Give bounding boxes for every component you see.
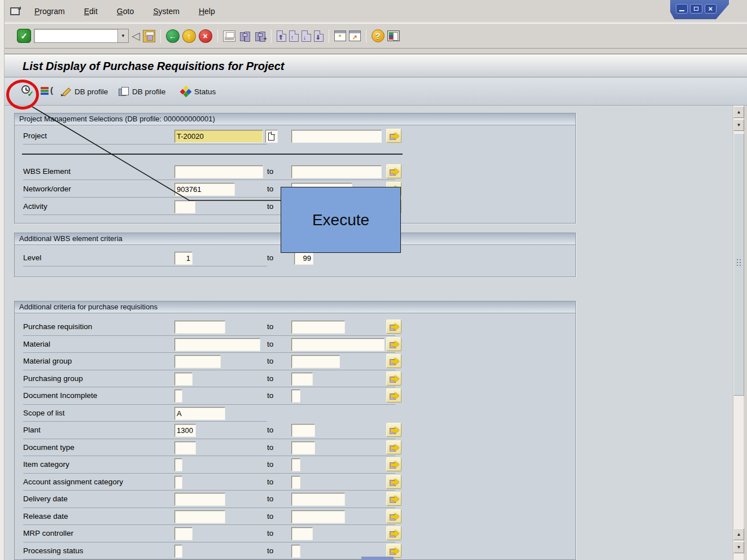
multiple-selection-button[interactable]: [386, 492, 401, 506]
account-assignment-from-field[interactable]: [174, 476, 182, 489]
execute-button[interactable]: ✓: [21, 85, 33, 97]
customize-layout-icon[interactable]: [387, 30, 400, 41]
delivery-date-row: Delivery date to: [15, 491, 575, 509]
material-from-field[interactable]: [174, 338, 260, 351]
copy-icon[interactable]: [265, 130, 278, 143]
print-icon[interactable]: [223, 30, 235, 42]
wbs-multiple-selection-button[interactable]: [386, 164, 401, 178]
help-icon[interactable]: ?: [372, 29, 385, 42]
first-page-icon[interactable]: ⇑: [277, 30, 286, 42]
multiple-selection-button[interactable]: [386, 423, 401, 437]
multiple-selection-button[interactable]: [386, 440, 401, 454]
project-row: Project T-20020: [15, 128, 575, 145]
copy-db-profile-button[interactable]: DB profile: [119, 84, 165, 99]
page-down-icon[interactable]: ↓: [302, 30, 311, 42]
create-shortcut-icon[interactable]: ↗: [349, 30, 361, 41]
purchasing-group-to-field[interactable]: [291, 373, 313, 386]
processing-status-from-field[interactable]: [174, 545, 182, 558]
account-assignment-to-field[interactable]: [291, 476, 300, 489]
enter-triangle-icon[interactable]: ◁: [132, 29, 140, 43]
item-category-to-field[interactable]: [291, 458, 300, 471]
maximize-button[interactable]: [690, 4, 702, 14]
save-icon[interactable]: [143, 30, 155, 42]
chevron-down-icon[interactable]: ▼: [117, 29, 128, 42]
scroll-down-icon: ▼: [737, 123, 741, 128]
delivery-date-from-field[interactable]: [174, 493, 225, 506]
find-icon[interactable]: [238, 30, 251, 42]
plant-to-field[interactable]: [291, 424, 315, 437]
sap-system-icon[interactable]: [10, 7, 20, 15]
document-incomplete-to-field[interactable]: [291, 390, 300, 403]
material-group-from-field[interactable]: [174, 355, 221, 368]
wbs-to-field[interactable]: [291, 165, 382, 178]
activity-from-field[interactable]: [174, 200, 195, 213]
mrp-controller-from-field[interactable]: [174, 527, 193, 540]
document-incomplete-from-field[interactable]: [174, 390, 182, 403]
release-date-from-field[interactable]: [174, 510, 225, 523]
multi-select-arrow-icon: [391, 133, 399, 139]
multiple-selection-button[interactable]: [386, 320, 401, 334]
menu-program[interactable]: Program: [34, 7, 65, 16]
project-multiple-selection-button[interactable]: [386, 129, 401, 143]
last-page-icon[interactable]: ⇓: [314, 30, 324, 42]
processing-status-to-field[interactable]: [291, 545, 300, 558]
exit-button[interactable]: ↑: [182, 29, 196, 43]
command-input[interactable]: [34, 29, 117, 42]
project-from-field[interactable]: T-20020: [174, 130, 263, 143]
page-up-icon[interactable]: ↑: [289, 30, 299, 42]
menu-system[interactable]: System: [153, 7, 180, 16]
menu-edit[interactable]: Edit: [84, 7, 98, 16]
command-field[interactable]: ▼: [34, 29, 129, 43]
purchasing-group-row: Purchasing group to: [15, 371, 575, 388]
delivery-date-to-field[interactable]: [291, 493, 345, 506]
mrp-controller-to-field[interactable]: [291, 527, 313, 540]
material-to-field[interactable]: [291, 338, 385, 351]
close-button[interactable]: ×: [705, 4, 717, 14]
plant-from-field[interactable]: 1300: [174, 424, 196, 437]
multiple-selection-button[interactable]: [386, 371, 401, 386]
scroll-up-button[interactable]: ▲: [733, 106, 744, 118]
status-button[interactable]: Status: [181, 84, 216, 99]
multiple-selection-button[interactable]: [386, 526, 401, 540]
minimize-button[interactable]: [676, 4, 688, 14]
get-variant-icon[interactable]: [41, 87, 49, 95]
document-type-to-field[interactable]: [291, 441, 315, 454]
multiple-selection-button[interactable]: [386, 457, 401, 471]
scope-of-list-field[interactable]: A: [174, 407, 225, 420]
document-type-from-field[interactable]: [174, 441, 196, 454]
level-from-field[interactable]: 1: [174, 252, 193, 265]
menu-goto[interactable]: Goto: [117, 7, 134, 16]
multiple-selection-button[interactable]: [386, 388, 401, 403]
back-button[interactable]: ←: [166, 29, 180, 43]
scroll-down-button-bottom[interactable]: ▼: [733, 541, 744, 553]
menu-help[interactable]: Help: [199, 7, 215, 16]
toolbar-separator: [217, 29, 218, 43]
edit-db-profile-button[interactable]: DB profile: [61, 84, 108, 99]
find-next-icon[interactable]: +: [254, 30, 266, 42]
scroll-up-button-bottom[interactable]: ▲: [733, 528, 744, 540]
level-to-field[interactable]: 99: [294, 252, 313, 265]
execute-tooltip: Execute: [281, 187, 401, 253]
vertical-scrollbar[interactable]: ▲ ▼ ▲ ▼: [733, 106, 744, 560]
purchase-requisition-to-field[interactable]: [291, 321, 345, 334]
purchase-requisition-from-field[interactable]: [174, 321, 225, 334]
document-type-row: Document type to: [15, 440, 575, 457]
scrollbar-thumb[interactable]: [733, 133, 744, 396]
network-from-field[interactable]: 903761: [174, 183, 235, 196]
cancel-button[interactable]: ×: [199, 29, 212, 43]
scroll-down-button[interactable]: ▼: [733, 119, 744, 131]
multiple-selection-button[interactable]: [386, 509, 401, 523]
multiple-selection-button[interactable]: [386, 475, 401, 489]
purchasing-group-from-field[interactable]: [174, 373, 193, 386]
new-session-icon[interactable]: *: [334, 30, 346, 41]
horizontal-scrollbar-thumb[interactable]: [361, 557, 394, 560]
item-category-from-field[interactable]: [174, 458, 182, 471]
enter-button[interactable]: ✓: [17, 29, 31, 43]
multiple-selection-button[interactable]: [386, 544, 401, 558]
multiple-selection-button[interactable]: [386, 354, 401, 368]
multiple-selection-button[interactable]: [386, 337, 401, 351]
project-to-field[interactable]: [291, 130, 382, 143]
release-date-to-field[interactable]: [291, 510, 345, 523]
material-group-to-field[interactable]: [291, 355, 340, 368]
wbs-from-field[interactable]: [174, 165, 263, 178]
